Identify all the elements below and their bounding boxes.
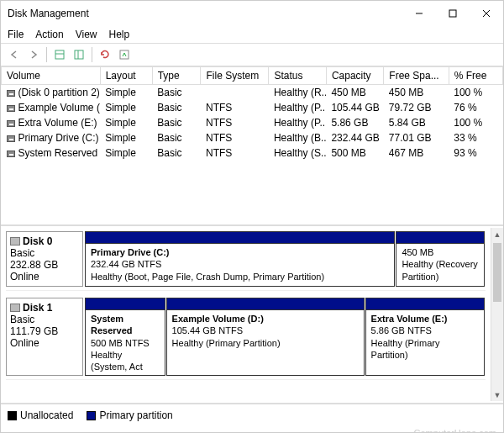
menubar: File Action View Help xyxy=(1,26,503,44)
legend-unallocated: Unallocated xyxy=(8,409,73,421)
volume-row[interactable]: Example Volume (...SimpleBasicNTFSHealth… xyxy=(2,100,503,115)
partition[interactable]: Extra Volume (E:)5.86 GB NTFSHealthy (Pr… xyxy=(365,298,485,376)
column-header[interactable]: Volume xyxy=(2,67,101,85)
column-header[interactable]: Free Spa... xyxy=(384,67,449,85)
volume-row[interactable]: System ReservedSimpleBasicNTFSHealthy (S… xyxy=(2,145,503,161)
layout-button-1[interactable] xyxy=(51,46,68,63)
disk-row: Disk 1Basic111.79 GBOnlineSystem Reserve… xyxy=(6,298,486,380)
column-header[interactable]: Type xyxy=(152,67,201,85)
legend: Unallocated Primary partition xyxy=(1,403,503,426)
volume-row[interactable]: Extra Volume (E:)SimpleBasicNTFSHealthy … xyxy=(2,115,503,130)
disk-row: Disk 0Basic232.88 GBOnlinePrimary Drive … xyxy=(6,231,486,291)
close-button[interactable] xyxy=(470,2,503,25)
scroll-down-icon[interactable]: ▼ xyxy=(491,388,503,401)
scroll-up-icon[interactable]: ▲ xyxy=(491,228,503,240)
forward-button[interactable] xyxy=(25,46,42,63)
volume-row[interactable]: Primary Drive (C:)SimpleBasicNTFSHealthy… xyxy=(2,130,503,145)
menu-help[interactable]: Help xyxy=(109,29,130,40)
menu-view[interactable]: View xyxy=(76,29,97,40)
layout-button-2[interactable] xyxy=(71,46,87,63)
watermark: ComputerHope.com xyxy=(1,426,503,433)
volume-list[interactable]: VolumeLayoutTypeFile SystemStatusCapacit… xyxy=(1,66,503,226)
disk-info[interactable]: Disk 1Basic111.79 GBOnline xyxy=(6,298,83,376)
drive-icon xyxy=(7,135,15,142)
svg-rect-8 xyxy=(120,50,129,59)
partition[interactable]: System Reserved500 MB NTFSHealthy (Syste… xyxy=(85,298,165,376)
scroll-thumb[interactable] xyxy=(493,243,501,302)
drive-icon xyxy=(7,90,15,97)
refresh-button[interactable] xyxy=(97,46,113,63)
drive-icon xyxy=(7,120,15,127)
column-header[interactable]: File System xyxy=(201,67,269,85)
back-button[interactable] xyxy=(6,46,23,63)
svg-rect-6 xyxy=(75,50,83,59)
legend-primary: Primary partition xyxy=(87,409,172,421)
window-title: Disk Management xyxy=(8,8,402,19)
maximize-button[interactable] xyxy=(436,2,470,25)
menu-file[interactable]: File xyxy=(8,29,24,40)
menu-action[interactable]: Action xyxy=(35,29,63,40)
disk-icon xyxy=(10,237,20,246)
titlebar: Disk Management xyxy=(1,1,503,26)
properties-button[interactable] xyxy=(116,46,133,63)
column-header[interactable]: Status xyxy=(269,67,326,85)
svg-rect-1 xyxy=(449,10,456,17)
disk-info[interactable]: Disk 0Basic232.88 GBOnline xyxy=(6,231,83,287)
partition[interactable]: Primary Drive (C:)232.44 GB NTFSHealthy … xyxy=(85,231,395,287)
column-header[interactable]: % Free xyxy=(449,67,502,85)
column-header[interactable]: Capacity xyxy=(326,67,383,85)
volume-row[interactable]: (Disk 0 partition 2)SimpleBasicHealthy (… xyxy=(2,85,503,101)
toolbar xyxy=(1,44,503,66)
partition[interactable]: 450 MBHealthy (Recovery Partition) xyxy=(396,231,485,287)
drive-icon xyxy=(7,150,15,157)
disk-graphical-view[interactable]: Disk 0Basic232.88 GBOnlinePrimary Drive … xyxy=(1,226,503,403)
scrollbar[interactable]: ▲ ▼ xyxy=(491,228,503,401)
partition[interactable]: Example Volume (D:)105.44 GB NTFSHealthy… xyxy=(166,298,365,376)
column-header[interactable]: Layout xyxy=(100,67,152,85)
svg-rect-4 xyxy=(55,50,64,59)
minimize-button[interactable] xyxy=(402,2,436,25)
disk-icon xyxy=(10,304,20,312)
drive-icon xyxy=(7,105,15,112)
